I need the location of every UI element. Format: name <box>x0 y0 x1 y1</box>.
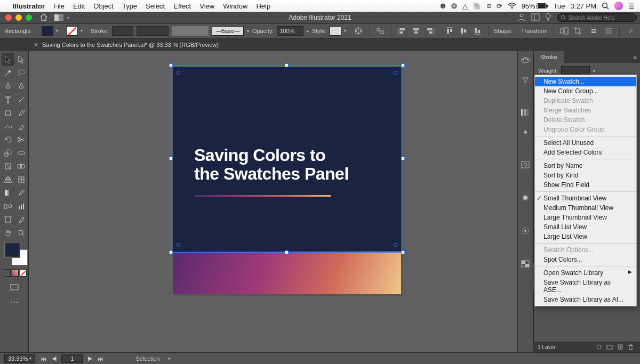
menubar-sync-icon[interactable]: ⟳ <box>497 2 502 10</box>
canvas-area[interactable]: Saving Colors to the Swatches Panel <box>29 51 517 352</box>
menubar-dropbox-icon[interactable]: ⧈ <box>487 2 491 10</box>
menu-edit[interactable]: Edit <box>73 2 85 10</box>
home-icon[interactable] <box>39 13 48 22</box>
screen-mode-icon[interactable] <box>8 281 21 294</box>
zoom-window-icon[interactable] <box>26 14 32 21</box>
artboard-next-icon[interactable]: ▶ <box>88 355 92 362</box>
hand-tool[interactable] <box>2 227 14 239</box>
swatches-panel-icon[interactable] <box>519 107 531 118</box>
fill-swatch[interactable]: ▾ <box>42 26 53 36</box>
lasso-tool[interactable] <box>15 67 28 79</box>
pen-tool[interactable] <box>2 80 14 93</box>
menu-effect[interactable]: Effect <box>173 2 191 10</box>
menu-item[interactable]: Spot Colors... <box>535 255 636 264</box>
artboard-prev-first-icon[interactable]: ⏮ <box>41 355 46 362</box>
fill-color-box[interactable] <box>5 242 20 257</box>
edit-toolbar-icon[interactable]: ⋯ <box>8 296 21 309</box>
menu-item[interactable]: Sort by Name <box>535 161 636 171</box>
panel-flyout-icon[interactable]: ≡ <box>630 54 640 60</box>
menubar-triangle-icon[interactable]: △ <box>462 2 468 10</box>
sel-handle-ne[interactable] <box>401 63 405 67</box>
artboard-number-field[interactable]: 1 <box>61 354 83 363</box>
graphic-style-select[interactable]: ▾ <box>330 26 341 36</box>
layers-locate-icon[interactable] <box>596 344 602 351</box>
perspective-tool[interactable] <box>2 173 14 186</box>
align-hcenter-icon[interactable] <box>411 26 421 36</box>
menubar-evernote-icon[interactable]: 🐘 <box>473 2 482 10</box>
zoom-field[interactable]: 33.33% ▾ <box>4 354 35 363</box>
layers-trash-icon[interactable] <box>628 344 634 351</box>
menu-item[interactable]: Large List View <box>535 232 636 241</box>
stroke-swatch[interactable]: ▾ <box>66 26 78 36</box>
align-panel-icon[interactable] <box>375 26 386 36</box>
lightbulb-icon[interactable] <box>545 13 551 22</box>
align-bottom-icon[interactable] <box>472 26 483 36</box>
brushes-panel-icon[interactable]: ♣ <box>519 126 531 137</box>
none-mode-icon[interactable] <box>20 269 27 277</box>
menu-item[interactable]: Large Thumbnail View <box>535 213 636 222</box>
stroke-weight-input[interactable] <box>112 26 133 36</box>
menubar-extra-icon[interactable]: ✽ <box>440 2 446 10</box>
sel-handle-e[interactable] <box>401 157 405 160</box>
close-tab-icon[interactable]: × <box>34 41 38 48</box>
rectangle-tool[interactable] <box>2 107 14 119</box>
sel-handle-se[interactable] <box>401 250 405 254</box>
layers-new-icon[interactable] <box>617 344 623 351</box>
opacity-input[interactable]: 100% <box>277 26 303 36</box>
menu-type[interactable]: Type <box>122 2 137 10</box>
menu-item[interactable]: Sort by Kind <box>535 171 636 180</box>
sel-handle-nw[interactable] <box>169 63 173 67</box>
appearance-panel-icon[interactable] <box>519 225 531 237</box>
menu-window[interactable]: Window <box>223 2 247 10</box>
close-window-icon[interactable] <box>5 14 12 21</box>
color-panel-icon[interactable] <box>519 54 531 66</box>
options-extra2-icon[interactable] <box>603 26 614 36</box>
curvature-tool[interactable] <box>15 80 28 93</box>
sel-handle-s[interactable] <box>285 250 289 254</box>
spotlight-icon[interactable] <box>602 2 609 10</box>
sel-handle-n[interactable] <box>285 63 289 67</box>
arrange-icon[interactable] <box>531 13 540 22</box>
brush-preview[interactable] <box>172 26 209 36</box>
menu-select[interactable]: Select <box>146 2 165 10</box>
menu-item[interactable]: New Color Group... <box>535 86 636 96</box>
minimize-window-icon[interactable] <box>15 14 22 21</box>
menu-item[interactable]: Show Find Field <box>535 180 636 190</box>
brush-select[interactable]: — Basic — <box>212 26 244 36</box>
gradient-mode-icon[interactable] <box>12 269 19 277</box>
menu-object[interactable]: Object <box>93 2 114 10</box>
menubar-list-icon[interactable]: ☰ <box>628 2 635 10</box>
mesh-tool[interactable] <box>15 173 28 186</box>
menu-item[interactable]: Select All Unused <box>535 138 636 148</box>
recolor-icon[interactable] <box>353 26 364 36</box>
menu-file[interactable]: File <box>53 2 65 10</box>
scissors-tool[interactable] <box>15 133 28 146</box>
menu-item[interactable]: Open Swatch Library <box>535 268 636 278</box>
corner-widget-se[interactable] <box>394 243 397 247</box>
align-vcenter-icon[interactable] <box>458 26 469 36</box>
paintbrush-tool[interactable] <box>15 107 28 119</box>
layers-new-sublayer-icon[interactable] <box>606 344 613 351</box>
selection-tool[interactable] <box>2 53 14 66</box>
width-tool[interactable] <box>15 147 28 159</box>
type-tool[interactable] <box>2 93 14 106</box>
slice-tool[interactable] <box>15 213 28 226</box>
shape-menu-label[interactable]: Shape: <box>494 28 513 34</box>
menu-item[interactable]: New Swatch... <box>535 77 636 86</box>
user-icon[interactable] <box>517 13 526 22</box>
artboard-prev-icon[interactable]: ◀ <box>52 355 56 362</box>
status-flyout-icon[interactable]: ▸ <box>169 356 171 361</box>
symbols-panel-icon[interactable] <box>519 159 531 171</box>
blend-tool[interactable] <box>2 200 14 213</box>
menubar-battery[interactable]: 95% <box>522 2 548 10</box>
transparency-panel-icon[interactable] <box>519 258 531 270</box>
color-mode-icon[interactable] <box>4 269 11 277</box>
column-graph-tool[interactable] <box>15 200 28 213</box>
shape-builder-tool[interactable] <box>15 160 28 173</box>
stroke-profile-select[interactable] <box>137 26 169 36</box>
menu-help[interactable]: Help <box>256 2 270 10</box>
transform-link[interactable]: Transform <box>521 28 548 34</box>
options-extra1-icon[interactable] <box>589 26 600 36</box>
color-guide-icon[interactable] <box>519 74 531 85</box>
corner-widget-ne[interactable] <box>394 71 397 75</box>
